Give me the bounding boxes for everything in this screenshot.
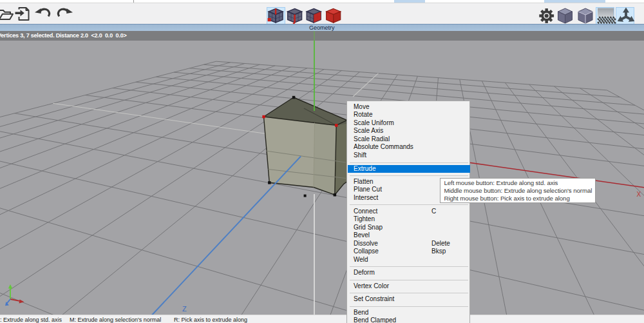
- svg-text:X: X: [637, 191, 641, 198]
- svg-text:Z: Z: [182, 305, 187, 313]
